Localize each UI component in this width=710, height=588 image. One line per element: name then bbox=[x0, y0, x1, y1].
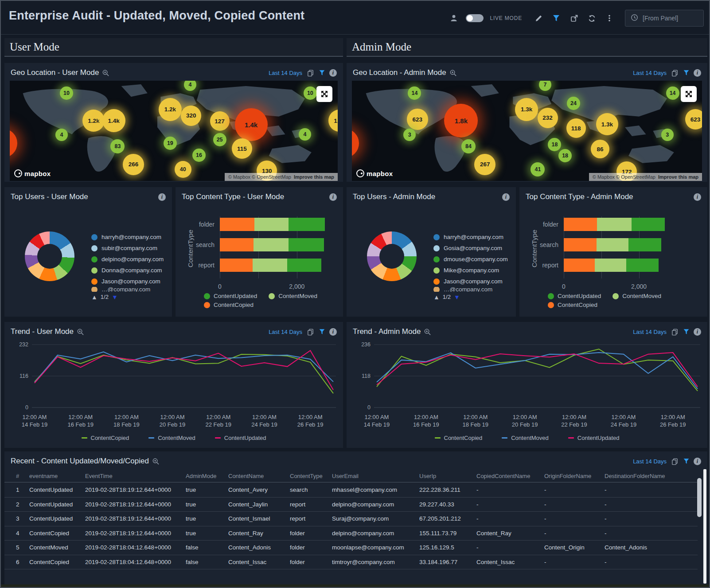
table-row[interactable]: 6ContentCopied2019-02-28T18:04:12.648+00… bbox=[4, 555, 698, 570]
info-icon[interactable]: i bbox=[158, 193, 166, 201]
map-bubble[interactable]: 623 bbox=[685, 109, 702, 129]
map-expand-button[interactable] bbox=[316, 86, 332, 102]
zoom-in-icon[interactable] bbox=[77, 328, 84, 336]
zoom-in-icon[interactable] bbox=[152, 458, 160, 465]
info-icon[interactable]: i bbox=[329, 69, 337, 77]
map-bubble[interactable]: 320 bbox=[181, 106, 201, 126]
time-range-link[interactable]: Last 14 Days bbox=[633, 70, 667, 76]
bar-segment-contentupdated[interactable] bbox=[287, 259, 321, 272]
time-range-link[interactable]: Last 14 Days bbox=[269, 329, 302, 335]
map-bubble[interactable]: 266 bbox=[123, 154, 144, 175]
map-bubble[interactable]: 1.3k bbox=[515, 98, 538, 121]
bar-segment-contentmoved[interactable] bbox=[253, 259, 287, 272]
map-bubble[interactable]: 232 bbox=[538, 108, 558, 128]
zoom-in-icon[interactable] bbox=[424, 328, 431, 336]
map-bubble[interactable]: 4 bbox=[55, 129, 68, 141]
info-icon[interactable]: i bbox=[694, 328, 701, 336]
table-row[interactable]: 4ContentCopied2019-02-28T18:19:12.644+00… bbox=[4, 526, 698, 541]
bar-segment-contentmoved[interactable] bbox=[254, 218, 288, 231]
bar-segment-contentcopied[interactable] bbox=[564, 259, 595, 272]
bar-segment-contentupdated[interactable] bbox=[289, 218, 325, 231]
from-panel-input[interactable]: [From Panel] bbox=[625, 10, 704, 27]
zoom-in-icon[interactable] bbox=[449, 69, 457, 77]
zoom-in-icon[interactable] bbox=[102, 69, 109, 77]
info-icon[interactable]: i bbox=[329, 193, 337, 201]
info-icon[interactable]: i bbox=[694, 69, 701, 77]
table-row[interactable]: 2ContentUpdated2019-02-28T18:19:12.644+0… bbox=[4, 498, 698, 512]
map-bubble[interactable]: 10 bbox=[60, 86, 73, 100]
bar-segment-contentupdated[interactable] bbox=[289, 238, 324, 251]
refresh-icon[interactable] bbox=[586, 12, 597, 24]
map-bubble[interactable]: 267 bbox=[474, 154, 495, 175]
copy-icon[interactable] bbox=[671, 69, 679, 77]
map-bubble[interactable]: 3 bbox=[661, 129, 674, 141]
table-row[interactable]: 1ContentUpdated2019-02-28T18:19:12.644+0… bbox=[4, 483, 698, 498]
share-icon[interactable] bbox=[568, 12, 580, 24]
filter-icon[interactable] bbox=[550, 12, 562, 24]
copy-icon[interactable] bbox=[306, 69, 314, 77]
info-icon[interactable]: i bbox=[329, 328, 337, 336]
panel-filter-icon[interactable] bbox=[683, 328, 690, 335]
map-bubble[interactable]: 1.4k bbox=[102, 109, 125, 132]
map-bubble[interactable]: 14 bbox=[666, 86, 679, 100]
pager-up-icon[interactable]: ▲ bbox=[91, 294, 98, 300]
map-bubble[interactable]: 3 bbox=[403, 129, 416, 141]
map-bubble[interactable]: 84 bbox=[461, 139, 476, 153]
pager-down-icon[interactable]: ▼ bbox=[454, 294, 460, 300]
map-bubble[interactable]: 25 bbox=[213, 133, 226, 146]
map-bubble[interactable]: 1.2k bbox=[82, 110, 105, 132]
info-icon[interactable]: i bbox=[502, 193, 510, 201]
map-bubble[interactable]: 4 bbox=[299, 128, 311, 141]
bar-segment-contentcopied[interactable] bbox=[220, 218, 254, 231]
map-bubble[interactable]: 83 bbox=[110, 139, 125, 153]
map-bubble[interactable]: 41 bbox=[531, 162, 545, 176]
copy-icon[interactable] bbox=[671, 328, 679, 336]
panel-filter-icon[interactable] bbox=[683, 69, 690, 76]
bar-segment-contentupdated[interactable] bbox=[628, 238, 662, 251]
info-icon[interactable]: i bbox=[694, 458, 701, 465]
map-bubble[interactable]: 118 bbox=[566, 118, 586, 138]
improve-map-link[interactable]: Improve this map bbox=[294, 174, 334, 180]
time-range-link[interactable]: Last 14 Days bbox=[633, 329, 667, 335]
map-bubble[interactable]: 18 bbox=[558, 149, 572, 162]
bar-segment-contentcopied[interactable] bbox=[564, 238, 597, 251]
live-mode-toggle[interactable] bbox=[466, 14, 484, 22]
map-bubble[interactable]: 10 bbox=[304, 86, 317, 100]
map-bubble[interactable]: 16 bbox=[192, 149, 206, 162]
map-bubble[interactable]: 115 bbox=[232, 138, 252, 159]
map-bubble[interactable]: 19 bbox=[164, 137, 177, 150]
map-bubble[interactable]: 86 bbox=[591, 140, 609, 158]
copy-icon[interactable] bbox=[671, 457, 679, 465]
time-range-link[interactable]: Last 14 Days bbox=[633, 458, 667, 465]
mapbox-logo[interactable]: mapbox bbox=[356, 169, 393, 177]
bar-segment-contentmoved[interactable] bbox=[597, 218, 632, 231]
pager-up-icon[interactable]: ▲ bbox=[433, 294, 440, 300]
donut-chart[interactable] bbox=[367, 231, 417, 281]
bar-segment-contentmoved[interactable] bbox=[254, 238, 288, 251]
table-row[interactable]: 3ContentUpdated2019-02-28T18:19:12.644+0… bbox=[4, 512, 698, 526]
donut-chart[interactable] bbox=[25, 231, 74, 281]
map-bubble[interactable]: 127 bbox=[210, 111, 230, 131]
page-scrollbar[interactable] bbox=[703, 469, 706, 584]
panel-filter-icon[interactable] bbox=[683, 458, 690, 465]
panel-filter-icon[interactable] bbox=[318, 328, 325, 335]
mapbox-logo[interactable]: mapbox bbox=[14, 169, 51, 177]
map-bubble[interactable]: 14 bbox=[408, 86, 421, 100]
map-bubble[interactable]: 1.4k bbox=[235, 108, 268, 141]
bar-segment-contentcopied[interactable] bbox=[220, 238, 254, 251]
info-icon[interactable]: i bbox=[694, 193, 701, 201]
bar-segment-contentupdated[interactable] bbox=[626, 259, 659, 272]
map-bubble[interactable]: 623 bbox=[407, 109, 428, 130]
map-bubble[interactable]: 24 bbox=[567, 97, 580, 110]
user-icon[interactable] bbox=[448, 12, 460, 24]
time-range-link[interactable]: Last 14 Days bbox=[269, 70, 302, 76]
table-scrollbar-thumb[interactable] bbox=[697, 478, 702, 517]
map-expand-button[interactable] bbox=[681, 86, 697, 102]
bar-segment-contentcopied[interactable] bbox=[220, 259, 253, 272]
panel-filter-icon[interactable] bbox=[318, 69, 325, 76]
map-bubble[interactable]: 40 bbox=[175, 161, 191, 178]
bar-segment-contentmoved[interactable] bbox=[595, 259, 626, 272]
map-bubble[interactable]: 1.8k bbox=[444, 104, 478, 137]
map-bubble[interactable]: 18 bbox=[548, 138, 561, 151]
bar-segment-contentmoved[interactable] bbox=[597, 238, 628, 251]
